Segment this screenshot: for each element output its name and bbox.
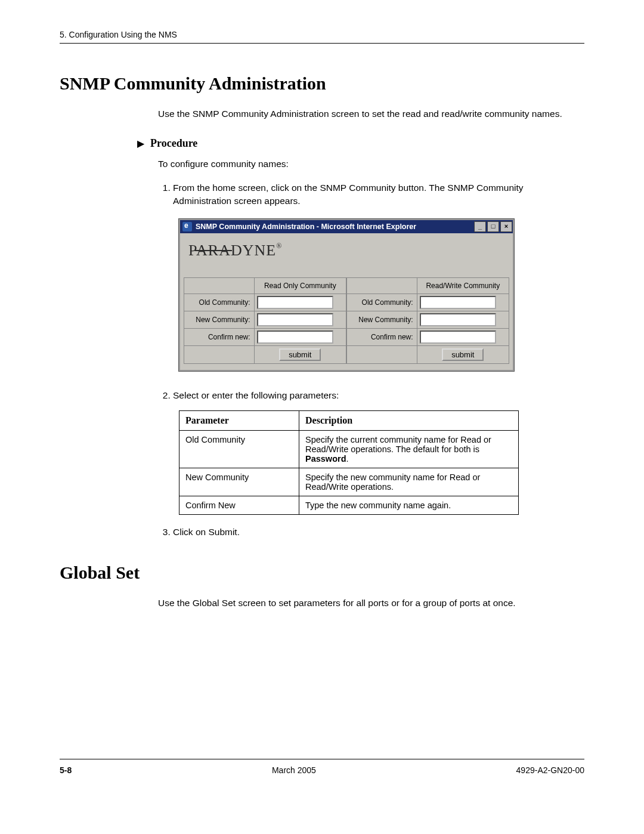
- read-only-form: Read Only Community Old Community: New C…: [184, 277, 346, 364]
- step-2: Select or enter the following parameters…: [173, 389, 572, 402]
- table-row: Confirm New Type the new community name …: [179, 496, 519, 514]
- paradyne-logo: PARADYNE®: [188, 242, 282, 260]
- running-header: 5. Configuration Using the NMS: [60, 30, 584, 39]
- procedure-lead: To configure community names:: [158, 158, 584, 171]
- step-1: From the home screen, click on the SNMP …: [173, 181, 572, 207]
- old-community-input-right[interactable]: [420, 296, 496, 309]
- confirm-new-input-left[interactable]: [257, 330, 333, 344]
- new-community-input-left[interactable]: [257, 313, 333, 326]
- procedure-label: Procedure: [150, 137, 197, 150]
- new-community-label-left: New Community:: [184, 311, 255, 329]
- param-cell: Old Community: [179, 430, 299, 468]
- read-write-form: Read/Write Community Old Community: New …: [346, 277, 509, 364]
- section-title-snmp: SNMP Community Administration: [60, 73, 584, 94]
- maximize-button[interactable]: □: [487, 221, 499, 232]
- new-community-label-right: New Community:: [347, 311, 417, 329]
- old-community-label-left: Old Community:: [184, 294, 255, 311]
- footer-date: March 2005: [272, 765, 316, 775]
- desc-cell: Specify the new community name for Read …: [299, 468, 519, 496]
- triangle-icon: ▶: [137, 138, 144, 149]
- desc-cell: Specify the current community name for R…: [299, 430, 519, 468]
- read-only-header: Read Only Community: [254, 278, 346, 294]
- page-number: 5-8: [60, 765, 72, 775]
- confirm-new-label-left: Confirm new:: [184, 329, 255, 346]
- header-rule: [60, 43, 584, 44]
- read-write-header: Read/Write Community: [417, 278, 509, 294]
- table-row: New Community Specify the new community …: [179, 468, 519, 496]
- desc-col-header: Description: [299, 410, 519, 430]
- section-intro: Use the SNMP Community Administration sc…: [158, 108, 584, 121]
- close-button[interactable]: ×: [500, 221, 512, 232]
- table-row: Old Community Specify the current commun…: [179, 430, 519, 468]
- param-cell: Confirm New: [179, 496, 299, 514]
- old-community-label-right: Old Community:: [347, 294, 417, 311]
- procedure-heading: ▶ Procedure: [137, 137, 584, 150]
- window-title: SNMP Community Administration - Microsof…: [196, 223, 473, 231]
- confirm-new-input-right[interactable]: [420, 330, 496, 344]
- confirm-new-label-right: Confirm new:: [347, 329, 417, 346]
- footer-docid: 4929-A2-GN20-00: [516, 765, 584, 775]
- param-col-header: Parameter: [179, 410, 299, 430]
- window-titlebar: SNMP Community Administration - Microsof…: [180, 220, 513, 233]
- globalset-intro: Use the Global Set screen to set paramet…: [158, 597, 584, 610]
- desc-cell: Type the new community name again.: [299, 496, 519, 514]
- minimize-button[interactable]: _: [474, 221, 486, 232]
- submit-button-left[interactable]: submit: [279, 348, 321, 361]
- page-footer: 5-8 March 2005 4929-A2-GN20-00: [60, 759, 584, 775]
- ie-icon: [182, 222, 192, 231]
- new-community-input-right[interactable]: [420, 313, 496, 326]
- submit-button-right[interactable]: submit: [442, 348, 484, 361]
- step-3: Click on Submit.: [173, 526, 572, 539]
- section-title-globalset: Global Set: [60, 563, 584, 583]
- param-cell: New Community: [179, 468, 299, 496]
- screenshot-window: SNMP Community Administration - Microsof…: [179, 219, 514, 371]
- parameter-table: Parameter Description Old Community Spec…: [179, 410, 519, 515]
- old-community-input-left[interactable]: [257, 296, 333, 309]
